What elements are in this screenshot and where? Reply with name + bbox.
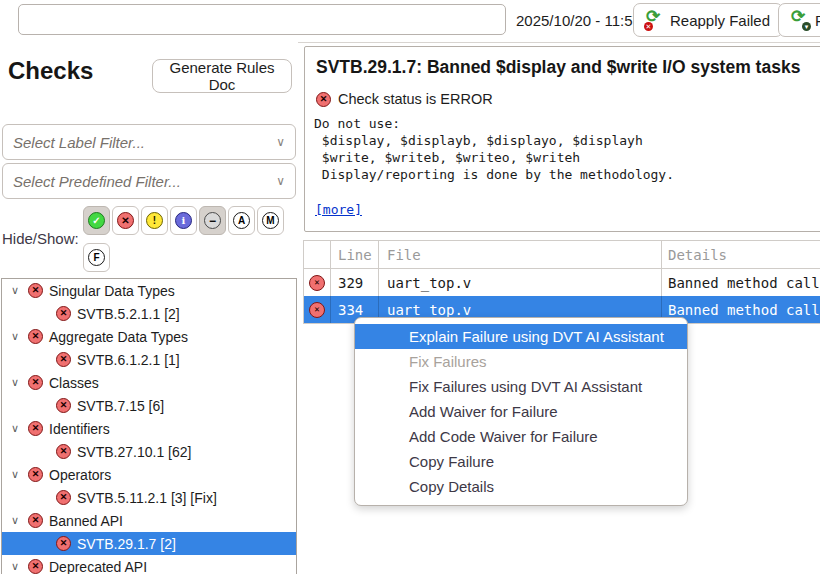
expander-chevron-icon[interactable]: ∨ <box>8 560 22 573</box>
tree-item-label: Banned API <box>49 513 123 529</box>
toggle-suppressed[interactable]: − <box>199 206 226 235</box>
tree-item[interactable]: ∨✕Singular Data Types <box>2 279 296 302</box>
check-description-box: SVTB.29.1.7: Banned $display and $write … <box>304 46 820 232</box>
context-menu-item[interactable]: Copy Details <box>355 474 687 499</box>
error-icon: ✕ <box>56 536 71 551</box>
context-menu: Explain Failure using DVT AI AssistantFi… <box>354 317 688 506</box>
timestamp: 2025/10/20 - 11:57 <box>516 0 641 40</box>
error-icon: ✕ <box>28 421 43 436</box>
toggle-pass[interactable]: ✓ <box>83 206 110 235</box>
tree-item[interactable]: ∨✕Classes <box>2 371 296 394</box>
letter-a-icon: A <box>233 212 250 229</box>
header-line: Line <box>331 241 379 268</box>
toggle-row-2: F <box>83 243 110 272</box>
error-icon: ✕ <box>117 212 134 229</box>
error-icon: ✕ <box>28 375 43 390</box>
chevron-down-icon: ∨ <box>276 135 285 149</box>
cell-details: Banned method call <box>662 269 820 296</box>
tree-item[interactable]: ∨✕Aggregate Data Types <box>2 325 296 348</box>
expander-chevron-icon[interactable]: ∨ <box>8 330 22 343</box>
tree-item[interactable]: ✕SVTB.7.15 [6] <box>2 394 296 417</box>
context-menu-item[interactable]: Add Code Waiver for Failure <box>355 424 687 449</box>
context-menu-item: Fix Failures <box>355 349 687 374</box>
context-menu-item[interactable]: Explain Failure using DVT AI Assistant <box>355 324 687 349</box>
toggle-error[interactable]: ✕ <box>112 206 139 235</box>
tree-item[interactable]: ∨✕Banned API <box>2 509 296 532</box>
header-file: File <box>379 241 662 268</box>
tree-item-label: Identifiers <box>49 421 110 437</box>
tree-item-label: SVTB.7.15 [6] <box>77 398 164 414</box>
tree-item-label: Aggregate Data Types <box>49 329 188 345</box>
checks-tree: ∨✕Singular Data Types✕SVTB.5.2.1.1 [2]∨✕… <box>1 278 297 574</box>
toggle-m[interactable]: M <box>257 206 284 235</box>
expander-chevron-icon[interactable]: ∨ <box>8 284 22 297</box>
tree-item[interactable]: ✕SVTB.27.10.1 [62] <box>2 440 296 463</box>
tree-item[interactable]: ✕SVTB.29.1.7 [2] <box>2 532 296 555</box>
tree-item-label: SVTB.27.10.1 [62] <box>77 444 191 460</box>
toggle-warning[interactable]: ! <box>141 206 168 235</box>
expander-chevron-icon[interactable]: ∨ <box>8 514 22 527</box>
checks-panel-title: Checks <box>8 57 93 85</box>
hide-show-label: Hide/Show: <box>2 230 79 247</box>
predefined-filter-placeholder: Select Predefined Filter... <box>13 173 181 190</box>
failures-table: Line File Details ✕329uart_top.vBanned m… <box>303 240 820 324</box>
expander-chevron-icon[interactable]: ∨ <box>8 422 22 435</box>
cell-line: 329 <box>331 269 379 296</box>
check-status-row: ✕ Check status is ERROR <box>316 91 493 107</box>
tree-item[interactable]: ∨✕Identifiers <box>2 417 296 440</box>
tree-item-label: SVTB.5.2.1.1 [2] <box>77 306 180 322</box>
tree-item[interactable]: ✕SVTB.6.1.2.1 [1] <box>2 348 296 371</box>
label-filter-select[interactable]: Select Label Filter... ∨ <box>2 124 296 160</box>
reapply-failed-button[interactable]: ⟳ ✕ Reapply Failed <box>633 3 783 37</box>
tree-item[interactable]: ∨✕Deprecated API <box>2 555 296 574</box>
tree-item-label: SVTB.29.1.7 [2] <box>77 536 176 552</box>
warning-icon: ! <box>146 212 163 229</box>
tree-item[interactable]: ✕SVTB.5.2.1.1 [2] <box>2 302 296 325</box>
error-icon: ✕ <box>56 444 71 459</box>
tree-item-label: SVTB.6.1.2.1 [1] <box>77 352 180 368</box>
error-icon: ✕ <box>56 490 71 505</box>
expander-chevron-icon[interactable]: ∨ <box>8 376 22 389</box>
predefined-filter-select[interactable]: Select Predefined Filter... ∨ <box>2 163 296 199</box>
top-toolbar: 2025/10/20 - 11:57 ⟳ ✕ Reapply Failed ⟳ … <box>0 0 820 43</box>
context-menu-item[interactable]: Fix Failures using DVT AI Assistant <box>355 374 687 399</box>
more-link[interactable]: [more] <box>315 202 362 217</box>
check-icon: ✓ <box>88 212 105 229</box>
error-icon: ✕ <box>28 559 43 574</box>
toggle-a[interactable]: A <box>228 206 255 235</box>
reapply-button[interactable]: ⟳ ▾ Rea <box>778 3 820 37</box>
tree-item-label: SVTB.5.11.2.1 [3] [Fix] <box>77 490 217 506</box>
checks-panel: Checks Generate Rules Doc Select Label F… <box>0 42 298 574</box>
failure-row[interactable]: ✕329uart_top.vBanned method call <box>304 269 820 296</box>
letter-m-icon: M <box>262 212 279 229</box>
context-menu-item[interactable]: Add Waiver for Failure <box>355 399 687 424</box>
tree-item-label: Classes <box>49 375 99 391</box>
toggle-info[interactable]: i <box>170 206 197 235</box>
context-menu-item[interactable]: Copy Failure <box>355 449 687 474</box>
error-icon: ✕ <box>28 329 43 344</box>
check-title: SVTB.29.1.7: Banned $display and $write … <box>316 57 800 78</box>
error-icon: ✕ <box>56 398 71 413</box>
tree-item[interactable]: ✕SVTB.5.11.2.1 [3] [Fix] <box>2 486 296 509</box>
error-icon: ✕ <box>28 467 43 482</box>
failures-table-header: Line File Details <box>304 241 820 269</box>
generate-rules-doc-button[interactable]: Generate Rules Doc <box>152 59 292 93</box>
header-details: Details <box>662 241 820 268</box>
tree-item-label: Deprecated API <box>49 559 147 574</box>
tree-item[interactable]: ∨✕Operators <box>2 463 296 486</box>
tree-item-label: Singular Data Types <box>49 283 175 299</box>
info-icon: i <box>175 212 192 229</box>
error-icon: ✕ <box>309 302 325 318</box>
error-icon: ✕ <box>316 92 331 107</box>
error-icon: ✕ <box>56 306 71 321</box>
tree-item-label: Operators <box>49 467 111 483</box>
reapply-failed-label: Reapply Failed <box>670 12 770 29</box>
error-icon: ✕ <box>28 283 43 298</box>
letter-f-icon: F <box>88 249 105 266</box>
expander-chevron-icon[interactable]: ∨ <box>8 468 22 481</box>
toggle-f[interactable]: F <box>83 243 110 272</box>
reapply-icon: ⟳ ▾ <box>791 11 809 29</box>
minus-icon: − <box>204 212 221 229</box>
search-input[interactable] <box>18 4 506 35</box>
cell-file: uart_top.v <box>379 269 662 296</box>
